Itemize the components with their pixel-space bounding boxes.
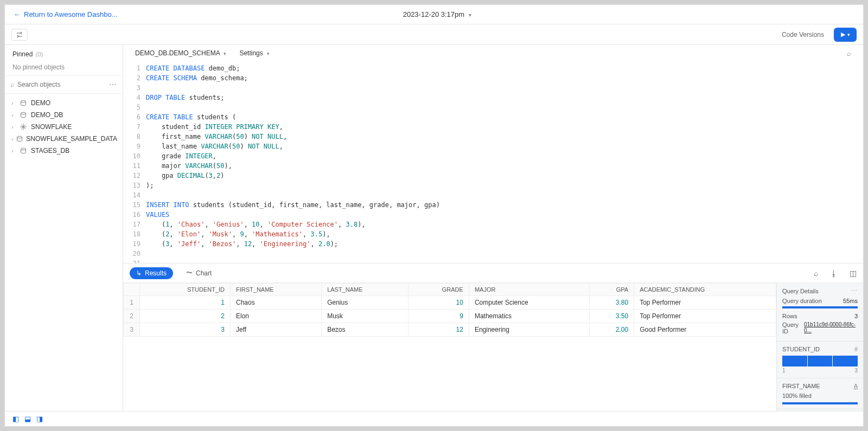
header: ← Return to Awesome Dashbo... 2023-12-20… — [5, 5, 863, 24]
results-grid-wrap[interactable]: STUDENT_IDFIRST_NAMELAST_NAMEGRADEMAJORG… — [123, 283, 776, 411]
queryid-link[interactable]: 01b11c9d-0000-86fc-0... — [804, 321, 858, 334]
cell: Genius — [322, 296, 409, 310]
svg-point-0 — [21, 100, 26, 102]
chevron-right-icon: › — [11, 148, 17, 154]
pinned-section: Pinned (0) No pinned objects — [5, 45, 123, 76]
code-versions-link[interactable]: Code Versions — [782, 31, 824, 38]
chevron-right-icon: › — [11, 100, 17, 106]
column-header[interactable]: ACADEMIC_STANDING — [634, 284, 776, 296]
database-tree: ›DEMO›DEMO_DB›SNOWFLAKE›SNOWFLAKE_SAMPLE… — [5, 94, 123, 160]
cell: Engineering — [469, 323, 589, 337]
worksheet-title[interactable]: 2023-12-20 3:17pm ▾ — [117, 10, 757, 18]
table-row[interactable]: 11ChaosGenius10Computer Science3.80Top P… — [124, 296, 776, 310]
pinned-count: (0) — [36, 51, 43, 57]
database-tree-item[interactable]: ›DEMO_DB — [8, 109, 119, 121]
cell: 3.50 — [589, 310, 634, 323]
rows-label: Rows — [782, 313, 797, 319]
role-switch-button[interactable] — [11, 29, 28, 41]
cell: Chaos — [231, 296, 322, 310]
back-label: Return to Awesome Dashbo... — [24, 10, 117, 18]
cell: Top Performer — [634, 296, 776, 310]
snowflake-icon — [20, 124, 28, 130]
download-icon[interactable]: ⭳ — [830, 269, 838, 278]
database-name: STAGES_DB — [31, 147, 69, 155]
cell: Elon — [231, 310, 322, 323]
toolbar: Code Versions ▶ ▾ — [5, 24, 863, 45]
database-icon — [20, 112, 28, 118]
database-tree-item[interactable]: ›STAGES_DB — [8, 145, 119, 157]
results-search-icon[interactable]: ⌕ — [814, 269, 818, 278]
search-icon: ⌕ — [10, 81, 14, 88]
chevron-down-icon: ▾ — [224, 51, 226, 56]
chevron-down-icon: ▾ — [847, 32, 850, 37]
cell: Mathematics — [469, 310, 589, 323]
svg-point-6 — [17, 136, 22, 138]
panel-bottom-icon[interactable]: ⬓ — [24, 415, 31, 423]
play-icon: ▶ — [841, 31, 845, 38]
table-row[interactable]: 33JeffBezos12Engineering2.00Good Perform… — [124, 323, 776, 337]
database-tree-item[interactable]: ›SNOWFLAKE — [8, 121, 119, 133]
cell: 2 — [140, 310, 231, 323]
duration-bar — [782, 306, 858, 308]
row-number: 3 — [124, 323, 140, 337]
editor-search-icon[interactable]: ⌕ — [847, 49, 851, 57]
results-area: STUDENT_IDFIRST_NAMELAST_NAMEGRADEMAJORG… — [123, 282, 863, 411]
table-row[interactable]: 22ElonMusk9Mathematics3.50Top Performer — [124, 310, 776, 323]
column-header[interactable]: GPA — [589, 284, 634, 296]
tab-chart[interactable]: 〜 Chart — [180, 266, 218, 280]
more-icon[interactable]: ⋯ — [851, 287, 858, 294]
column-header[interactable]: FIRST_NAME — [231, 284, 322, 296]
settings-selector[interactable]: Settings ▾ — [239, 49, 270, 57]
column-header[interactable]: MAJOR — [469, 284, 589, 296]
back-link[interactable]: ← Return to Awesome Dashbo... — [14, 10, 117, 18]
results-grid: STUDENT_IDFIRST_NAMELAST_NAMEGRADEMAJORG… — [123, 283, 776, 337]
role-icon — [16, 31, 23, 38]
svg-point-1 — [21, 112, 26, 114]
columns-icon[interactable]: ◫ — [850, 269, 857, 278]
rows-value: 3 — [854, 313, 858, 319]
chart-icon: 〜 — [186, 268, 193, 278]
pinned-label: Pinned — [12, 50, 33, 58]
cell: 2.00 — [589, 323, 634, 337]
query-details-panel: Query Details ⋯ Query duration 55ms Rows… — [776, 283, 863, 411]
column-stat-name: FIRST_NAME — [782, 383, 820, 389]
cell: Top Performer — [634, 310, 776, 323]
tab-chart-label: Chart — [196, 269, 212, 277]
object-search: ⌕ ⋯ — [5, 76, 123, 94]
panel-right-icon[interactable]: ◨ — [36, 415, 43, 423]
database-icon — [16, 136, 23, 142]
db-schema-selector[interactable]: DEMO_DB.DEMO_SCHEMA ▾ — [135, 49, 226, 57]
panel-left-icon[interactable]: ◧ — [12, 415, 19, 423]
database-icon — [20, 100, 28, 106]
database-name: DEMO_DB — [31, 111, 63, 119]
column-header[interactable]: LAST_NAME — [322, 284, 409, 296]
code-area[interactable]: CREATE DATABASE demo_db;CREATE SCHEMA de… — [146, 63, 863, 253]
cell: 9 — [409, 310, 469, 323]
tab-results[interactable]: ↳ Results — [130, 267, 173, 279]
duration-value: 55ms — [843, 298, 858, 304]
database-tree-item[interactable]: ›DEMO — [8, 97, 119, 109]
run-button[interactable]: ▶ ▾ — [834, 28, 857, 42]
query-details-header: Query Details — [782, 288, 819, 294]
tab-results-label: Results — [145, 269, 167, 277]
cell: 3.80 — [589, 296, 634, 310]
return-arrow-icon: ↳ — [136, 269, 142, 277]
column-header[interactable]: GRADE — [409, 284, 469, 296]
svg-point-7 — [21, 148, 26, 150]
more-icon[interactable]: ⋯ — [109, 80, 117, 89]
hist-min: 1 — [782, 368, 786, 374]
hist-max: 3 — [854, 368, 858, 374]
main-panel: DEMO_DB.DEMO_SCHEMA ▾ Settings ▾ ⌕ 12345… — [123, 45, 863, 411]
cell: 1 — [140, 296, 231, 310]
chevron-down-icon: ▾ — [469, 12, 471, 18]
app-window: ← Return to Awesome Dashbo... 2023-12-20… — [4, 4, 864, 427]
column-header[interactable]: STUDENT_ID — [140, 284, 231, 296]
search-input[interactable] — [17, 81, 109, 88]
row-number: 1 — [124, 296, 140, 310]
sidebar: Pinned (0) No pinned objects ⌕ ⋯ ›DEMO›D… — [5, 45, 123, 411]
sql-editor[interactable]: 1234567891011121314151617181920212223242… — [123, 61, 863, 263]
database-tree-item[interactable]: ›SNOWFLAKE_SAMPLE_DATA — [8, 133, 119, 145]
cell: Bezos — [322, 323, 409, 337]
chevron-right-icon: › — [11, 124, 17, 130]
histogram — [782, 356, 858, 366]
